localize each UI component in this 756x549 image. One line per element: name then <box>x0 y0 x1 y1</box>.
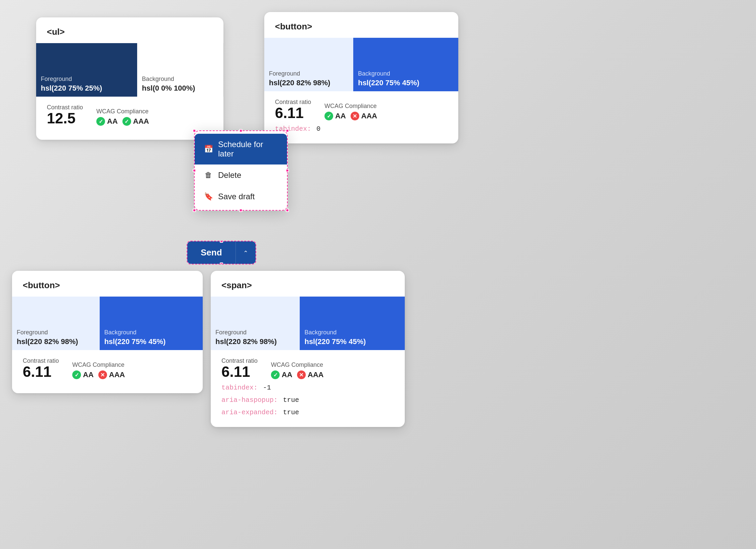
badge-aa-ul: ✓ AA <box>96 117 118 126</box>
swatch-bg-btn-top: Background hsl(220 75% 45%) <box>353 38 458 91</box>
badge-aaa-icon-btn-bottom: ✕ <box>98 370 107 379</box>
card-button-bottom: <button> Foreground hsl(220 82% 98%) Bac… <box>12 271 203 393</box>
swatch-bg-value-span: hsl(220 75% 45%) <box>304 337 400 346</box>
tabindex-row-span: tabindex: -1 <box>221 384 394 392</box>
badge-aa-btn-top: ✓ AA <box>324 112 346 120</box>
tabindex-row-btn-top: tabindex: 0 <box>275 125 448 133</box>
card-span-stats: Contrast ratio 6.11 WCAG Compliance ✓ AA… <box>211 357 405 427</box>
send-button[interactable]: Send <box>187 241 236 264</box>
dropdown-menu[interactable]: 📅 Schedule for later 🗑 Delete 🔖 Save dra… <box>194 130 288 211</box>
swatch-background-ul: Background hsl(0 0% 100%) <box>137 43 223 97</box>
dropdown-delete[interactable]: 🗑 Delete <box>195 164 287 186</box>
badge-aaa-icon-span: ✕ <box>297 370 306 379</box>
handle-bl <box>193 209 196 212</box>
card-span-tag: <span> <box>211 271 405 291</box>
aria-haspopup-key-span: aria-haspopup: <box>221 396 278 404</box>
badge-aa-btn-bottom: ✓ AA <box>72 370 94 379</box>
handle-lm <box>193 169 196 172</box>
handle-send-bm <box>220 262 223 264</box>
contrast-value-btn-bottom: 6.11 <box>23 364 59 379</box>
contrast-value-btn-top: 6.11 <box>275 106 311 120</box>
contrast-block-span: Contrast ratio 6.11 <box>221 357 258 379</box>
swatch-bg-value-btn-bottom: hsl(220 75% 45%) <box>104 337 198 346</box>
swatch-bg-label-span: Background <box>304 329 400 336</box>
badge-aaa-span: ✕ AAA <box>297 370 324 379</box>
contrast-value-span: 6.11 <box>221 364 258 379</box>
badge-aaa-btn-bottom: ✕ AAA <box>98 370 125 379</box>
swatch-fg-value-btn-top: hsl(220 82% 98%) <box>269 79 349 87</box>
stat-row-span: Contrast ratio 6.11 WCAG Compliance ✓ AA… <box>221 357 394 379</box>
handle-rm <box>286 169 289 172</box>
schedule-icon: 📅 <box>204 145 213 153</box>
badge-aa-icon-ul: ✓ <box>96 117 105 126</box>
swatch-bg-value-ul: hsl(0 0% 100%) <box>142 84 218 93</box>
contrast-value-ul: 12.5 <box>47 111 83 126</box>
schedule-label: Schedule for later <box>218 140 278 158</box>
card-btn-bottom-stats: Contrast ratio 6.11 WCAG Compliance ✓ AA… <box>12 357 203 393</box>
swatch-fg-value-btn-bottom: hsl(220 82% 98%) <box>17 337 95 346</box>
aria-expanded-key-span: aria-expanded: <box>221 409 278 416</box>
swatch-bg-span: Background hsl(220 75% 45%) <box>300 297 405 350</box>
swatch-fg-label-btn-bottom: Foreground <box>17 329 95 336</box>
aria-expanded-row-span: aria-expanded: true <box>221 409 394 416</box>
badge-aa-icon-btn-bottom: ✓ <box>72 370 81 379</box>
swatch-bg-btn-bottom: Background hsl(220 75% 45%) <box>100 297 203 350</box>
dropdown-schedule[interactable]: 📅 Schedule for later <box>195 134 287 164</box>
badge-aa-icon-btn-top: ✓ <box>324 112 333 120</box>
card-btn-top-tag: <button> <box>264 12 458 32</box>
chevron-icon: ⌃ <box>243 250 248 256</box>
swatch-fg-label-ul: Foreground <box>41 76 132 83</box>
delete-label: Delete <box>218 171 241 180</box>
wcag-badges-btn-bottom: ✓ AA ✕ AAA <box>72 370 125 379</box>
wcag-label-span: WCAG Compliance <box>271 361 323 368</box>
send-button-group[interactable]: Send ⌃ <box>187 241 256 264</box>
badge-aaa-icon-ul: ✓ <box>122 117 131 126</box>
handle-send-br <box>254 262 256 264</box>
stat-row-ul: Contrast ratio 12.5 WCAG Compliance ✓ AA… <box>47 104 213 126</box>
badge-aaa-btn-top: ✕ AAA <box>351 112 377 120</box>
card-ul-tag: <ul> <box>36 17 223 37</box>
badge-aa-icon-span: ✓ <box>271 370 280 379</box>
swatch-fg-value-span: hsl(220 82% 98%) <box>215 337 295 346</box>
card-button-top: <button> Foreground hsl(220 82% 98%) Bac… <box>264 12 458 143</box>
color-swatches-ul: Foreground hsl(220 75% 25%) Background h… <box>36 43 223 97</box>
save-draft-label: Save draft <box>218 192 255 201</box>
handle-send-tr <box>254 241 256 243</box>
wcag-block-btn-top: WCAG Compliance ✓ AA ✕ AAA <box>324 103 377 120</box>
color-swatches-btn-top: Foreground hsl(220 82% 98%) Background h… <box>264 38 458 91</box>
swatch-bg-label-btn-top: Background <box>358 70 454 77</box>
contrast-block-btn-top: Contrast ratio 6.11 <box>275 99 311 120</box>
swatch-bg-value-btn-top: hsl(220 75% 45%) <box>358 79 454 87</box>
aria-expanded-val-span: true <box>283 409 299 416</box>
swatch-fg-btn-top: Foreground hsl(220 82% 98%) <box>264 38 353 91</box>
swatch-fg-btn-bottom: Foreground hsl(220 82% 98%) <box>12 297 100 350</box>
delete-icon: 🗑 <box>204 171 213 180</box>
handle-send-bl <box>187 262 189 264</box>
wcag-label-btn-bottom: WCAG Compliance <box>72 361 125 368</box>
badge-aaa-icon-btn-top: ✕ <box>351 112 359 120</box>
badge-aa-span: ✓ AA <box>271 370 292 379</box>
contrast-block-ul: Contrast ratio 12.5 <box>47 104 83 126</box>
handle-send-tm <box>220 241 223 243</box>
handle-tr <box>286 129 289 132</box>
save-draft-icon: 🔖 <box>204 192 213 201</box>
color-swatches-span: Foreground hsl(220 82% 98%) Background h… <box>211 297 405 350</box>
swatch-fg-label-span: Foreground <box>215 329 295 336</box>
dropdown-save-draft[interactable]: 🔖 Save draft <box>195 186 287 207</box>
wcag-label-btn-top: WCAG Compliance <box>324 103 377 110</box>
wcag-block-btn-bottom: WCAG Compliance ✓ AA ✕ AAA <box>72 361 125 379</box>
swatch-bg-label-btn-bottom: Background <box>104 329 198 336</box>
handle-br <box>286 209 289 212</box>
card-span: <span> Foreground hsl(220 82% 98%) Backg… <box>211 271 405 427</box>
badge-aaa-ul: ✓ AAA <box>122 117 149 126</box>
card-btn-bottom-tag: <button> <box>12 271 203 291</box>
color-swatches-btn-bottom: Foreground hsl(220 82% 98%) Background h… <box>12 297 203 350</box>
handle-tm <box>239 129 243 132</box>
handle-bm <box>239 209 243 212</box>
wcag-label-ul: WCAG Compliance <box>96 108 149 115</box>
stat-row-btn-top: Contrast ratio 6.11 WCAG Compliance ✓ AA… <box>275 99 448 120</box>
send-chevron-button[interactable]: ⌃ <box>236 241 256 264</box>
handle-send-tl <box>187 241 189 243</box>
swatch-foreground-ul: Foreground hsl(220 75% 25%) <box>36 43 137 97</box>
tabindex-val-btn-top: 0 <box>316 125 320 133</box>
